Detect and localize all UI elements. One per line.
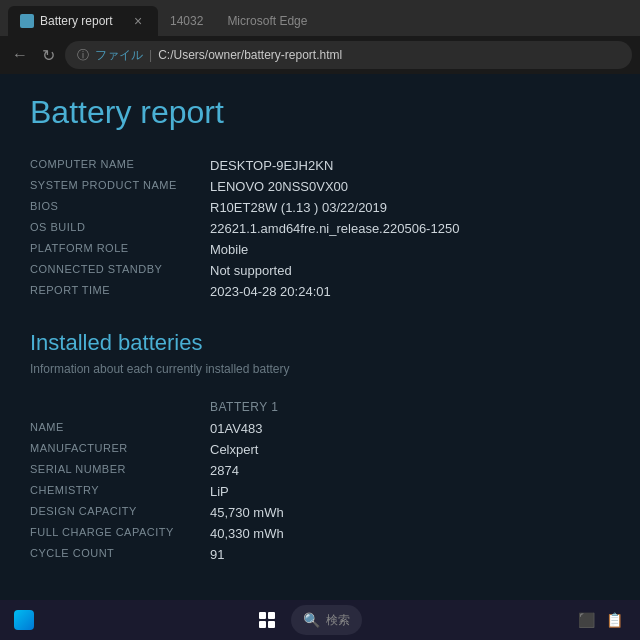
info-label: SYSTEM PRODUCT NAME — [30, 179, 210, 194]
info-row: SYSTEM PRODUCT NAME LENOVO 20NSS0VX00 — [30, 176, 610, 197]
battery-data-row: NAME 01AV483 — [30, 418, 610, 439]
system-info-table: COMPUTER NAME DESKTOP-9EJH2KN SYSTEM PRO… — [30, 155, 610, 302]
battery-field-label: NAME — [30, 421, 210, 436]
info-value: Not supported — [210, 263, 292, 278]
battery-field-value: LiP — [210, 484, 229, 499]
edge-logo — [14, 610, 34, 630]
file-label: ファイル — [95, 47, 143, 64]
battery-field-value: 01AV483 — [210, 421, 263, 436]
inactive-tab-2[interactable]: Microsoft Edge — [215, 6, 319, 36]
address-separator: | — [149, 48, 152, 62]
sys-tray: ⬛ 📋 — [568, 610, 632, 630]
battery-col-label-empty — [30, 400, 210, 414]
battery-field-label: CHEMISTRY — [30, 484, 210, 499]
battery-data-row: FULL CHARGE CAPACITY 40,330 mWh — [30, 523, 610, 544]
windows-icon — [259, 612, 275, 628]
taskbar-search[interactable]: 🔍 検索 — [291, 605, 362, 635]
info-value: DESKTOP-9EJH2KN — [210, 158, 333, 173]
info-label: PLATFORM ROLE — [30, 242, 210, 257]
info-value: 2023-04-28 20:24:01 — [210, 284, 331, 299]
info-label: OS BUILD — [30, 221, 210, 236]
start-button[interactable] — [247, 602, 287, 638]
info-value: Mobile — [210, 242, 248, 257]
tab-favicon — [20, 14, 34, 28]
page-content: Battery report COMPUTER NAME DESKTOP-9EJ… — [0, 74, 640, 600]
address-bar-row: ← ↻ ⓘ ファイル | C:/Users/owner/battery-repo… — [0, 36, 640, 74]
back-button[interactable]: ← — [8, 44, 32, 66]
battery-data-row: MANUFACTURER Celxpert — [30, 439, 610, 460]
tray-icon-1[interactable]: ⬛ — [576, 610, 596, 630]
search-placeholder: 検索 — [326, 612, 350, 629]
address-bar[interactable]: ⓘ ファイル | C:/Users/owner/battery-report.h… — [65, 41, 632, 69]
active-tab[interactable]: Battery report × — [8, 6, 158, 36]
lock-icon: ⓘ — [77, 47, 89, 64]
battery-field-label: MANUFACTURER — [30, 442, 210, 457]
battery-field-value: 2874 — [210, 463, 239, 478]
battery-field-label: FULL CHARGE CAPACITY — [30, 526, 210, 541]
battery-table: BATTERY 1 NAME 01AV483 MANUFACTURER Celx… — [30, 396, 610, 565]
info-row: COMPUTER NAME DESKTOP-9EJH2KN — [30, 155, 610, 176]
win-quad-3 — [259, 621, 266, 628]
battery-data-row: DESIGN CAPACITY 45,730 mWh — [30, 502, 610, 523]
browser-chrome: Battery report × 14032 Microsoft Edge ← … — [0, 0, 640, 74]
battery-field-label: SERIAL NUMBER — [30, 463, 210, 478]
refresh-button[interactable]: ↻ — [38, 44, 59, 67]
address-path: C:/Users/owner/battery-report.html — [158, 48, 342, 62]
win-quad-2 — [268, 612, 275, 619]
section-subtitle: Information about each currently install… — [30, 362, 610, 376]
taskbar: 🔍 検索 ⬛ 📋 — [0, 600, 640, 640]
info-label: REPORT TIME — [30, 284, 210, 299]
battery-field-value: 45,730 mWh — [210, 505, 284, 520]
battery-data-row: CHEMISTRY LiP — [30, 481, 610, 502]
edge-icon-button[interactable] — [8, 604, 40, 636]
info-value: 22621.1.amd64fre.ni_release.220506-1250 — [210, 221, 459, 236]
inactive-tab-2-title: Microsoft Edge — [227, 14, 307, 28]
info-value: R10ET28W (1.13 ) 03/22/2019 — [210, 200, 387, 215]
tab-close-button[interactable]: × — [130, 13, 146, 29]
info-label: BIOS — [30, 200, 210, 215]
battery-col-header: BATTERY 1 — [30, 396, 610, 418]
info-value: LENOVO 20NSS0VX00 — [210, 179, 348, 194]
battery-data-row: CYCLE COUNT 91 — [30, 544, 610, 565]
battery-field-value: 91 — [210, 547, 224, 562]
battery-field-label: CYCLE COUNT — [30, 547, 210, 562]
info-label: CONNECTED STANDBY — [30, 263, 210, 278]
battery-column-name: BATTERY 1 — [210, 400, 279, 414]
tab-bar: Battery report × 14032 Microsoft Edge — [0, 0, 640, 36]
installed-batteries-section: Installed batteries Information about ea… — [30, 330, 610, 565]
info-row: REPORT TIME 2023-04-28 20:24:01 — [30, 281, 610, 302]
section-title: Installed batteries — [30, 330, 610, 356]
page-title: Battery report — [30, 94, 610, 131]
win-quad-4 — [268, 621, 275, 628]
battery-data-row: SERIAL NUMBER 2874 — [30, 460, 610, 481]
tray-icon-2[interactable]: 📋 — [604, 610, 624, 630]
win-quad-1 — [259, 612, 266, 619]
info-label: COMPUTER NAME — [30, 158, 210, 173]
info-row: OS BUILD 22621.1.amd64fre.ni_release.220… — [30, 218, 610, 239]
battery-field-value: Celxpert — [210, 442, 258, 457]
search-icon: 🔍 — [303, 612, 320, 628]
info-row: CONNECTED STANDBY Not supported — [30, 260, 610, 281]
inactive-tab-1-title: 14032 — [170, 14, 203, 28]
info-row: BIOS R10ET28W (1.13 ) 03/22/2019 — [30, 197, 610, 218]
inactive-tab-1[interactable]: 14032 — [158, 6, 215, 36]
battery-field-label: DESIGN CAPACITY — [30, 505, 210, 520]
tab-title: Battery report — [40, 14, 124, 28]
info-row: PLATFORM ROLE Mobile — [30, 239, 610, 260]
battery-field-value: 40,330 mWh — [210, 526, 284, 541]
